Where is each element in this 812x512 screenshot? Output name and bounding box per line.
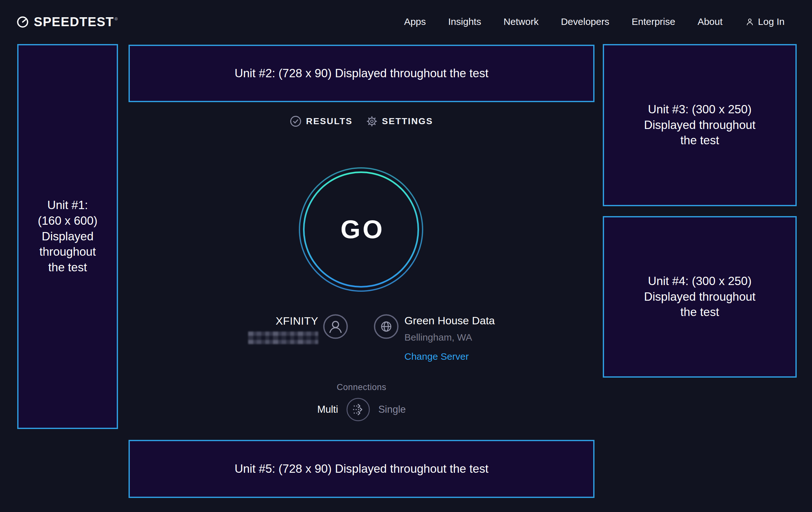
check-circle-icon xyxy=(290,115,301,127)
isp-info: XFINITY xyxy=(248,315,318,344)
ad-unit-2[interactable]: Unit #2: (728 x 90) Displayed throughout… xyxy=(128,45,594,102)
ad-unit-3-label: Unit #3: (300 x 250) Displayed throughou… xyxy=(644,102,756,149)
connections-multi-option[interactable]: Multi xyxy=(317,404,338,415)
isp-user-icon xyxy=(323,314,348,339)
go-button[interactable]: GO xyxy=(299,167,423,292)
speedometer-icon xyxy=(17,16,29,28)
server-info: Green House Data Bellingham, WA Change S… xyxy=(404,314,495,362)
nav-item-enterprise[interactable]: Enterprise xyxy=(632,16,675,27)
tab-bar: RESULTS SETTINGS xyxy=(128,115,594,127)
ad-unit-4[interactable]: Unit #4: (300 x 250) Displayed throughou… xyxy=(603,216,797,378)
connections-single-option[interactable]: Single xyxy=(378,404,406,415)
server-location: Bellingham, WA xyxy=(404,332,495,343)
ad-unit-4-label: Unit #4: (300 x 250) Displayed throughou… xyxy=(644,274,756,320)
ad-unit-5[interactable]: Unit #5: (728 x 90) Displayed throughout… xyxy=(128,440,594,498)
nav-item-insights[interactable]: Insights xyxy=(448,16,481,27)
speedtest-logo[interactable]: SPEEDTEST® xyxy=(17,14,118,29)
nav-item-developers[interactable]: Developers xyxy=(561,16,609,27)
ad-unit-2-label: Unit #2: (728 x 90) Displayed throughout… xyxy=(235,66,489,81)
header: SPEEDTEST® Apps Insights Network Develop… xyxy=(0,0,812,44)
speedtest-page: SPEEDTEST® Apps Insights Network Develop… xyxy=(0,0,812,512)
change-server-link[interactable]: Change Server xyxy=(404,351,495,362)
isp-name: XFINITY xyxy=(248,315,318,327)
nav-item-network[interactable]: Network xyxy=(503,16,539,27)
connections-toggle-icon[interactable] xyxy=(346,398,370,421)
logo-text: SPEEDTEST® xyxy=(34,14,118,29)
connections-label: Connections xyxy=(128,382,594,392)
nav-item-about[interactable]: About xyxy=(697,16,722,27)
trademark-symbol: ® xyxy=(115,17,118,21)
go-button-label: GO xyxy=(299,167,423,292)
login-button[interactable]: Log In xyxy=(745,16,785,27)
server-name: Green House Data xyxy=(404,314,495,327)
ad-unit-1-label: Unit #1: (160 x 600) Displayed throughou… xyxy=(38,197,97,275)
globe-icon xyxy=(374,314,399,339)
connections-toggle-row: Multi Single xyxy=(128,398,594,421)
user-icon xyxy=(745,17,755,26)
ad-unit-5-label: Unit #5: (728 x 90) Displayed throughout… xyxy=(235,461,489,477)
main-nav: Apps Insights Network Developers Enterpr… xyxy=(404,16,785,27)
isp-ip-redacted xyxy=(248,331,318,344)
tab-results-label: RESULTS xyxy=(306,116,352,127)
ad-unit-1[interactable]: Unit #1: (160 x 600) Displayed throughou… xyxy=(17,44,118,429)
gear-icon xyxy=(366,115,378,127)
tab-settings-label: SETTINGS xyxy=(382,116,433,127)
login-label: Log In xyxy=(758,16,785,27)
nav-item-apps[interactable]: Apps xyxy=(404,16,426,27)
tab-results[interactable]: RESULTS xyxy=(290,115,352,127)
tab-settings[interactable]: SETTINGS xyxy=(366,115,433,127)
ad-unit-3[interactable]: Unit #3: (300 x 250) Displayed throughou… xyxy=(603,44,797,206)
